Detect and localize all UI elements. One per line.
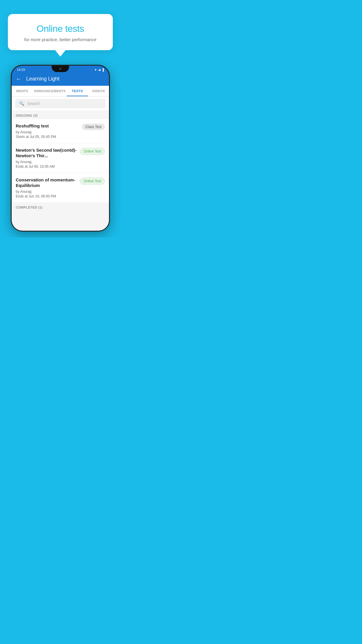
test-badge-class: Class Test bbox=[82, 124, 105, 130]
wifi-icon: ▼ bbox=[94, 68, 97, 71]
test-name: Conservation of momentum-Equilibrium bbox=[16, 177, 77, 188]
phone-screen: 🔍 Search ONGOING (3) Reshuffling test by… bbox=[12, 97, 109, 231]
status-icons: ▼ ◀ ▐ bbox=[94, 68, 104, 71]
hero-section: Online tests for more practice, better p… bbox=[8, 14, 113, 57]
phone-notch bbox=[52, 66, 69, 72]
completed-section-header: COMPLETED (1) bbox=[12, 203, 109, 211]
test-time: Ends at Jun 10, 06:00 PM bbox=[16, 194, 77, 198]
test-info: Newton's Second law(contd)-Newton's Thir… bbox=[16, 147, 77, 169]
signal-icon: ◀ bbox=[98, 68, 101, 71]
battery-icon: ▐ bbox=[102, 68, 104, 71]
tab-videos[interactable]: VIDEOS bbox=[88, 86, 109, 96]
test-badge-online-2: Online Test bbox=[80, 178, 105, 185]
test-time: Ends at Jul 06, 10:45 AM bbox=[16, 164, 77, 169]
tab-ments[interactable]: MENTS bbox=[12, 86, 33, 96]
tab-tests[interactable]: TESTS bbox=[67, 86, 88, 96]
test-list: Reshuffling test by Anurag Starts at Jul… bbox=[12, 119, 109, 203]
test-item[interactable]: Reshuffling test by Anurag Starts at Jul… bbox=[12, 119, 109, 143]
back-button[interactable]: ← bbox=[16, 76, 22, 82]
tab-announcements[interactable]: ANNOUNCEMENTS bbox=[33, 86, 67, 96]
test-author: by Anurag bbox=[16, 190, 77, 194]
hero-title: Online tests bbox=[20, 23, 101, 34]
ongoing-section-header: ONGOING (3) bbox=[12, 111, 109, 119]
app-bar: ← Learning Light bbox=[12, 73, 109, 86]
test-author: by Anurag bbox=[16, 130, 79, 134]
tabs-bar: MENTS ANNOUNCEMENTS TESTS VIDEOS bbox=[12, 86, 109, 97]
test-author: by Anurag bbox=[16, 160, 77, 164]
search-bar[interactable]: 🔍 Search bbox=[15, 99, 106, 108]
status-bar: 14:29 ▼ ◀ ▐ bbox=[12, 66, 109, 73]
app-title: Learning Light bbox=[26, 76, 59, 82]
test-item[interactable]: Newton's Second law(contd)-Newton's Thir… bbox=[12, 143, 109, 173]
test-name: Reshuffling test bbox=[16, 123, 79, 129]
status-time: 14:29 bbox=[17, 68, 25, 71]
search-icon: 🔍 bbox=[19, 101, 24, 106]
test-time: Starts at Jul 05, 05:45 PM bbox=[16, 135, 79, 139]
test-info: Conservation of momentum-Equilibrium by … bbox=[16, 177, 77, 198]
test-item[interactable]: Conservation of momentum-Equilibrium by … bbox=[12, 173, 109, 203]
test-info: Reshuffling test by Anurag Starts at Jul… bbox=[16, 123, 79, 139]
phone-frame: 14:29 ▼ ◀ ▐ ← Learning Light MENTS ANNOU… bbox=[11, 65, 110, 232]
hero-subtitle: for more practice, better performance bbox=[20, 37, 101, 42]
bubble-tail bbox=[55, 50, 66, 57]
speech-bubble: Online tests for more practice, better p… bbox=[8, 14, 113, 50]
search-placeholder: Search bbox=[27, 101, 40, 106]
search-container[interactable]: 🔍 Search bbox=[12, 97, 109, 111]
test-badge-online: Online Test bbox=[80, 148, 105, 155]
camera bbox=[59, 68, 61, 70]
test-name: Newton's Second law(contd)-Newton's Thir… bbox=[16, 147, 77, 159]
